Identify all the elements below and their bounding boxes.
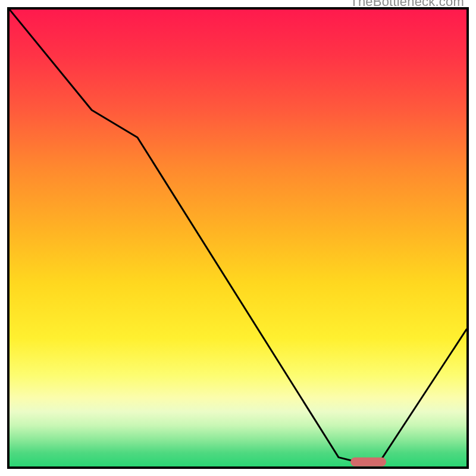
background-gradient: [10, 10, 466, 466]
chart-container: TheBottleneck.com: [0, 0, 476, 476]
chart-frame: [7, 7, 469, 469]
optimal-marker: [350, 458, 386, 466]
watermark-label: TheBottleneck.com: [349, 0, 465, 7]
